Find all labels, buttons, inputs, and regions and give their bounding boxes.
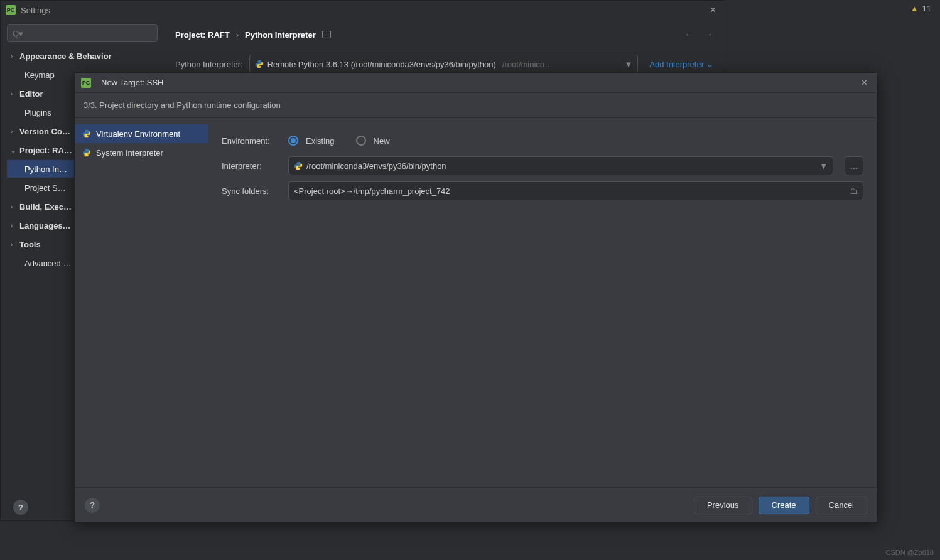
close-icon[interactable]: ×: [706, 4, 720, 16]
python-icon: [82, 148, 91, 157]
warning-count: 11: [922, 4, 931, 13]
breadcrumb: Project: RAFT › Python Interpreter ← →: [164, 19, 725, 50]
breadcrumb-project[interactable]: Project: RAFT: [175, 30, 230, 40]
sync-folders-label: Sync folders:: [222, 186, 281, 196]
ide-status-bar: ▲ 11: [910, 4, 931, 13]
radio-new-label[interactable]: New: [374, 136, 390, 146]
ssh-env-list: Virtualenv Environment System Interprete…: [75, 118, 208, 487]
previous-button[interactable]: Previous: [694, 497, 752, 514]
chevron-down-icon: ▼: [819, 161, 828, 171]
sync-folders-field[interactable]: <Project root>→/tmp/pycharm_project_742 …: [288, 181, 863, 200]
python-icon: [82, 129, 91, 138]
radio-existing[interactable]: [288, 136, 298, 146]
env-system[interactable]: System Interpreter: [75, 143, 208, 162]
ssh-footer: ? Previous Create Cancel: [75, 487, 877, 522]
python-icon: [255, 60, 264, 68]
watermark: CSDN @Zp818: [885, 549, 934, 556]
ssh-form: Environment: Existing New Interpreter: /…: [208, 118, 877, 487]
env-virtualenv[interactable]: Virtualenv Environment: [75, 124, 208, 143]
pycharm-icon: PC: [81, 78, 91, 88]
create-button[interactable]: Create: [759, 497, 809, 514]
interpreter-label: Python Interpreter:: [175, 60, 243, 69]
ssh-title: New Target: SSH: [101, 78, 853, 87]
ssh-dialog: PC New Target: SSH × 3/3. Project direct…: [74, 72, 878, 523]
browse-interpreter-button[interactable]: …: [845, 156, 863, 175]
chevron-down-icon: ▼: [624, 60, 632, 69]
help-icon[interactable]: ?: [13, 500, 28, 515]
folder-icon[interactable]: 🗀: [850, 186, 858, 196]
radio-existing-label[interactable]: Existing: [306, 136, 335, 146]
pycharm-icon: PC: [6, 5, 16, 15]
radio-new[interactable]: [356, 136, 366, 146]
ssh-titlebar: PC New Target: SSH ×: [75, 73, 877, 93]
settings-help[interactable]: ?: [13, 500, 28, 515]
ssh-step-label: 3/3. Project directory and Python runtim…: [75, 93, 877, 118]
settings-scope-icon: [322, 31, 331, 38]
python-icon: [294, 161, 303, 170]
chevron-down-icon: ⌄: [706, 60, 713, 69]
interpreter-field-label: Interpreter:: [222, 161, 281, 171]
interpreter-field[interactable]: /root/miniconda3/envs/py36/bin/python ▼: [288, 156, 833, 175]
settings-title: Settings: [21, 6, 706, 15]
tree-appearance[interactable]: ›Appearance & Behavior: [7, 47, 158, 65]
environment-label: Environment:: [222, 136, 281, 146]
settings-titlebar: PC Settings ×: [1, 1, 725, 19]
help-icon[interactable]: ?: [85, 498, 100, 513]
nav-forward-icon[interactable]: →: [703, 29, 713, 40]
warning-icon: ▲: [910, 4, 919, 13]
nav-back-icon[interactable]: ←: [684, 29, 694, 40]
breadcrumb-current: Python Interpreter: [245, 30, 316, 40]
interpreter-value: Remote Python 3.6.13 (/root/miniconda3/e…: [267, 60, 496, 69]
chevron-right-icon: ›: [236, 30, 239, 40]
cancel-button[interactable]: Cancel: [816, 497, 867, 514]
close-icon[interactable]: ×: [858, 77, 871, 89]
add-interpreter-link[interactable]: Add Interpreter ⌄: [649, 60, 713, 69]
interpreter-dropdown[interactable]: Remote Python 3.6.13 (/root/miniconda3/e…: [249, 55, 639, 73]
settings-search[interactable]: Q▾: [7, 24, 158, 42]
interpreter-path-dim: /root/minico…: [502, 60, 553, 69]
